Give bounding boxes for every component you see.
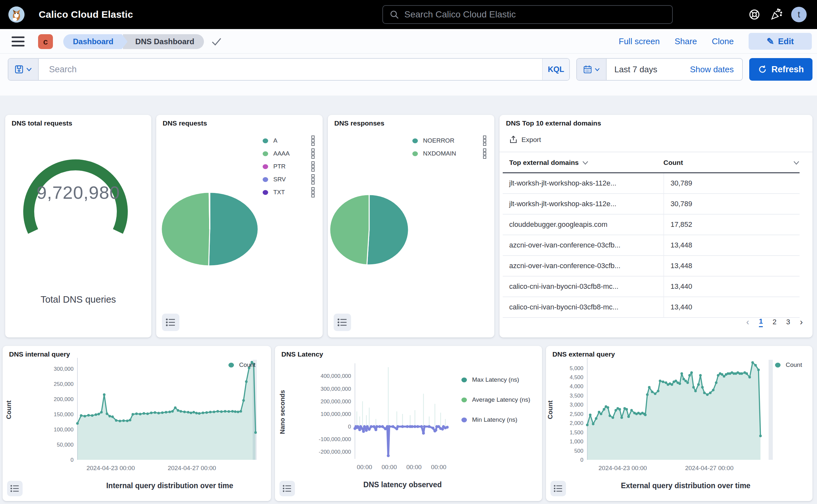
panel-dns-external-query[interactable]: DNS external query 05001,0001,5002,0002,… (546, 346, 812, 501)
table-row[interactable]: jlt-worksh-jlt-workshop-aks-112e...30,78… (503, 194, 800, 215)
svg-text:Count: Count (5, 400, 12, 419)
panel-dns-internal-query[interactable]: DNS internal query 050,000100,000150,000… (3, 346, 271, 501)
legend-item-Max Latency (ns)[interactable]: Max Latency (ns) (461, 370, 539, 390)
legend-item[interactable]: Count (228, 360, 264, 370)
pagination-page-2[interactable]: 2 (772, 318, 776, 326)
table-pagination: ‹ 123› (746, 317, 803, 327)
panel-legend-toggle-button[interactable] (162, 314, 179, 331)
table-row[interactable]: clouddebugger.googleapis.com17,852 (503, 215, 800, 235)
kql-query-bar: Search KQL (8, 58, 570, 81)
legend-dot (263, 164, 268, 169)
export-button[interactable]: Export (509, 136, 541, 144)
legend-item-AAAA[interactable]: AAAA (263, 147, 315, 160)
legend-label: Min Latency (ns) (472, 416, 517, 423)
news-party-icon[interactable] (769, 7, 783, 22)
legend-label: SRV (273, 176, 286, 183)
panel-legend-toggle-button[interactable] (7, 481, 23, 496)
breadcrumb-dashboard[interactable]: Dashboard (63, 34, 127, 49)
legend-item[interactable]: Count (775, 360, 811, 370)
svg-text:5,000: 5,000 (570, 365, 583, 371)
legend-actions-icon[interactable] (483, 148, 487, 159)
table-row[interactable]: jlt-worksh-jlt-workshop-aks-112e...30,78… (503, 173, 800, 194)
legend-item-Average Latency (ns)[interactable]: Average Latency (ns) (461, 390, 539, 410)
calendar-icon (583, 65, 592, 74)
share-link[interactable]: Share (675, 36, 697, 46)
help-icon[interactable] (747, 7, 762, 22)
refresh-button[interactable]: Refresh (749, 58, 812, 81)
full-screen-link[interactable]: Full screen (619, 36, 660, 46)
gauge-label: Total DNS queries (5, 294, 151, 305)
panel-dns-top-external-domains[interactable]: DNS Top 10 external domains Export Top e… (499, 115, 812, 338)
legend-actions-icon[interactable] (311, 135, 315, 146)
svg-text:0: 0 (71, 457, 74, 463)
legend-label: Average Latency (ns) (472, 396, 530, 403)
legend-item-A[interactable]: A (263, 134, 315, 147)
user-avatar[interactable]: t (791, 7, 807, 22)
legend-item-PTR[interactable]: PTR (263, 160, 315, 173)
kql-syntax-button[interactable]: KQL (542, 59, 569, 80)
refresh-button-label: Refresh (772, 65, 804, 75)
panel-dns-responses[interactable]: DNS responses NOERRORNXDOMAIN (328, 115, 494, 338)
svg-text:Nano seconds: Nano seconds (279, 390, 286, 434)
app-title: Calico Cloud Elastic (39, 9, 133, 20)
table-row[interactable]: calico-cni-ivan-byocni-03cfb8-mc...13,44… (503, 297, 800, 318)
legend-actions-icon[interactable] (311, 161, 315, 172)
global-search-input[interactable]: Search Calico Cloud Elastic (382, 5, 673, 24)
svg-text:500: 500 (574, 448, 583, 454)
pagination-next-icon[interactable]: › (800, 317, 803, 327)
breadcrumb-dns-dashboard[interactable]: DNS Dashboard (123, 34, 204, 49)
column-header-domains[interactable]: Top external domains (509, 159, 589, 166)
calendar-menu-button[interactable] (577, 59, 607, 80)
legend-label: AAAA (273, 150, 290, 157)
panel-dns-requests[interactable]: DNS requests AAAAAPTRSRVTXT (156, 115, 323, 338)
edit-button[interactable]: ✎ Edit (749, 33, 812, 50)
legend-dot (263, 138, 268, 143)
svg-text:0: 0 (580, 457, 583, 463)
search-query-input[interactable]: Search (39, 65, 542, 75)
calico-logo-icon[interactable] (8, 6, 25, 23)
legend-dot (263, 177, 268, 182)
legend-item-Min Latency (ns)[interactable]: Min Latency (ns) (461, 410, 539, 430)
column-header-count[interactable]: Count (663, 159, 800, 166)
chevron-down-icon (595, 68, 600, 71)
table-row[interactable]: azcni-over-ivan-conference-03cfb...13,44… (503, 235, 800, 256)
svg-text:-100,000,000: -100,000,000 (319, 436, 351, 442)
legend-item-NOERROR[interactable]: NOERROR (412, 134, 487, 147)
panel-legend-toggle-button[interactable] (279, 481, 295, 496)
legend-actions-icon[interactable] (483, 135, 487, 146)
panel-dns-latency[interactable]: DNS Latency -200,000,000-100,000,0000100… (275, 346, 542, 501)
pagination-prev-icon[interactable]: ‹ (746, 317, 749, 327)
legend-item-NXDOMAIN[interactable]: NXDOMAIN (412, 147, 487, 160)
dns-dashboard-page: Calico Cloud Elastic Search Calico Cloud… (0, 0, 817, 504)
pagination-page-3[interactable]: 3 (786, 318, 790, 326)
clone-link[interactable]: Clone (712, 36, 734, 46)
table-row[interactable]: calico-cni-ivan-byocni-03cfb8-mc...13,44… (503, 277, 800, 297)
legend-actions-icon[interactable] (311, 187, 315, 198)
legend-item-SRV[interactable]: SRV (263, 173, 315, 186)
time-range-value[interactable]: Last 7 days (607, 65, 690, 75)
legend-dot (412, 151, 418, 156)
pie-slice-AAAA[interactable] (161, 192, 210, 266)
show-dates-link[interactable]: Show dates (690, 65, 742, 75)
project-badge[interactable]: c (38, 34, 53, 49)
panel-legend-toggle-button[interactable] (550, 481, 566, 496)
table-row[interactable]: azcni-over-ivan-conference-03cfb...13,44… (503, 256, 800, 277)
legend-label: TXT (273, 189, 285, 196)
pie-slice-NXDOMAIN[interactable] (330, 195, 369, 265)
chart-legend: Max Latency (ns)Average Latency (ns)Min … (461, 370, 539, 430)
legend-item-TXT[interactable]: TXT (263, 186, 315, 199)
svg-text:3,000: 3,000 (570, 402, 583, 408)
saved-query-menu-button[interactable] (8, 59, 39, 80)
panel-legend-toggle-button[interactable] (334, 314, 351, 331)
refresh-icon (758, 65, 767, 74)
pie-slice-A[interactable] (209, 192, 258, 266)
legend-actions-icon[interactable] (311, 148, 315, 159)
svg-text:50,000: 50,000 (57, 442, 74, 448)
menu-hamburger-icon[interactable] (12, 35, 25, 47)
svg-text:4,500: 4,500 (570, 374, 583, 380)
pie-slice-NOERROR[interactable] (367, 195, 409, 265)
legend-label: NXDOMAIN (423, 150, 456, 157)
pagination-page-1[interactable]: 1 (759, 317, 763, 327)
panel-dns-total-requests[interactable]: DNS total requests 9,720,980 Total DNS q… (5, 115, 151, 338)
legend-actions-icon[interactable] (311, 174, 315, 185)
